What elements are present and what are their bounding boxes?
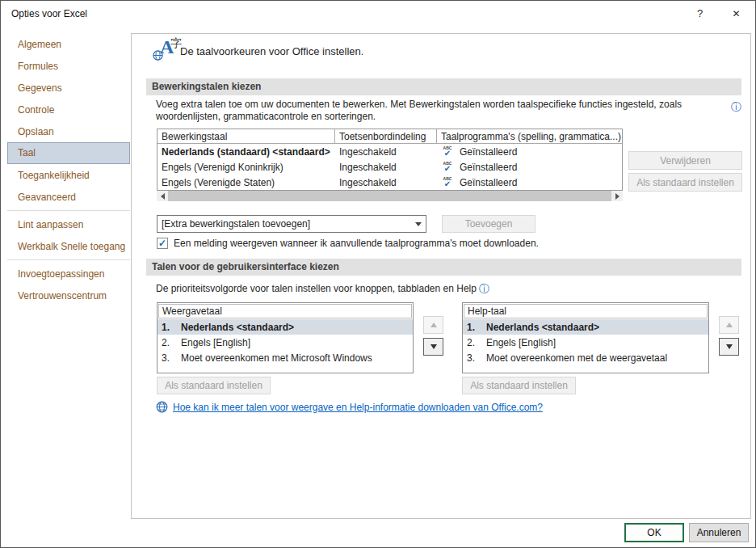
sidebar-item-taal[interactable]: Taal: [7, 142, 130, 164]
sidebar-item-vertrouwenscentrum[interactable]: Vertrouwenscentrum: [7, 285, 130, 306]
help-icon: ?: [697, 7, 703, 19]
download-link-row: Hoe kan ik meer talen voor weergave en H…: [156, 401, 543, 413]
list-item[interactable]: 2. Engels [English]: [158, 335, 413, 350]
proofing-abc-icon: ABC✔: [441, 177, 454, 188]
notify-checkbox-label: Een melding weergeven wanneer ik aanvull…: [174, 238, 539, 249]
globe-download-icon: [156, 401, 168, 413]
help-language-header: Help-taal: [464, 304, 708, 318]
close-icon: ✕: [732, 8, 740, 19]
help-button[interactable]: ?: [682, 1, 718, 26]
add-language-combobox[interactable]: [Extra bewerkingstalen toevoegen]: [157, 215, 426, 233]
notify-checkbox-row[interactable]: Een melding weergeven wanneer ik aanvull…: [157, 238, 539, 249]
ui-languages-description: De prioriteitsvolgorde voor talen instel…: [156, 283, 489, 294]
sidebar-item-lint-aanpassen[interactable]: Lint aanpassen: [7, 213, 130, 235]
remove-button[interactable]: Verwijderen: [628, 151, 742, 170]
column-header-bewerkingstaal: Bewerkingstaal: [158, 129, 335, 144]
title-bar: Opties voor Excel ? ✕: [1, 1, 755, 27]
move-down-button[interactable]: [719, 338, 739, 356]
scroll-right-icon[interactable]: [611, 191, 623, 201]
up-arrow-icon: [726, 322, 733, 327]
display-language-header: Weergavetaal: [158, 304, 412, 318]
info-icon[interactable]: ⓘ: [731, 102, 741, 112]
close-button[interactable]: ✕: [718, 1, 754, 26]
table-row[interactable]: Nederlands (standaard) <standaard> Inges…: [158, 144, 622, 159]
sidebar-item-invoegtoepassingen[interactable]: Invoegtoepassingen: [7, 263, 130, 285]
table-header-row: Bewerkingstaal Toetsenbordindeling Taalp…: [158, 129, 622, 144]
move-up-button[interactable]: [719, 316, 739, 334]
down-arrow-icon: [430, 344, 437, 349]
scroll-left-icon[interactable]: [157, 191, 168, 201]
list-item[interactable]: 3. Moet overeenkomen met Microsoft Windo…: [158, 350, 413, 365]
download-languages-link[interactable]: Hoe kan ik meer talen voor weergave en H…: [173, 402, 543, 413]
table-row[interactable]: Engels (Verenigd Koninkrijk) Ingeschakel…: [158, 159, 622, 175]
sidebar-item-formules[interactable]: Formules: [7, 55, 130, 77]
sidebar-item-toegankelijkheid[interactable]: Toegankelijkheid: [7, 164, 130, 186]
down-arrow-icon: [726, 344, 733, 349]
add-button[interactable]: Toevoegen: [442, 215, 536, 233]
sidebar-item-opslaan[interactable]: Opslaan: [7, 120, 130, 142]
move-down-button[interactable]: [423, 338, 443, 356]
list-item[interactable]: 3. Moet overeenkomen met de weergavetaal: [463, 350, 708, 365]
sidebar-item-controle[interactable]: Controle: [7, 99, 130, 120]
set-default-display-button[interactable]: Als standaard instellen: [157, 377, 271, 394]
sidebar-item-werkbalk[interactable]: Werkbalk Snelle toegang: [7, 235, 130, 257]
cancel-button[interactable]: Annuleren: [689, 523, 749, 542]
proofing-abc-icon: ABC✔: [441, 162, 454, 173]
horizontal-scrollbar[interactable]: [157, 191, 623, 201]
table-row[interactable]: Engels (Verenigde Staten) Ingeschakeld A…: [158, 175, 622, 190]
sidebar-divider: [7, 210, 130, 211]
up-arrow-icon: [430, 322, 437, 327]
notify-checkbox[interactable]: [157, 238, 168, 249]
set-default-editing-button[interactable]: Als standaard instellen: [628, 173, 742, 192]
language-settings-panel: A 字 De taalvoorkeuren voor Office instel…: [131, 33, 751, 519]
chevron-down-icon: [411, 222, 426, 226]
sidebar-item-gegevens[interactable]: Gegevens: [7, 77, 130, 99]
window-title: Opties voor Excel: [11, 8, 87, 19]
column-header-taalprogrammas: Taalprogramma's (spelling, grammatica...…: [437, 129, 622, 144]
move-up-button[interactable]: [423, 316, 443, 334]
scrollbar-thumb[interactable]: [168, 191, 611, 201]
sidebar-divider: [7, 259, 130, 260]
language-icon: A 字: [153, 38, 182, 61]
sidebar-item-algemeen[interactable]: Algemeen: [7, 33, 130, 55]
help-language-listbox: Help-taal 1. Nederlands <standaard> 2. E…: [462, 302, 709, 373]
editing-languages-table: Bewerkingstaal Toetsenbordindeling Taalp…: [157, 129, 623, 191]
options-dialog: Opties voor Excel ? ✕ Algemeen Formules …: [0, 0, 756, 548]
display-language-listbox: Weergavetaal 1. Nederlands <standaard> 2…: [157, 302, 414, 373]
sidebar-item-geavanceerd[interactable]: Geavanceerd: [7, 186, 130, 208]
set-default-help-button[interactable]: Als standaard instellen: [462, 377, 576, 394]
section-header-editing-languages: Bewerkingstalen kiezen: [146, 78, 741, 95]
list-item[interactable]: 1. Nederlands <standaard>: [463, 319, 708, 335]
section-header-ui-languages: Talen voor de gebruikersinterface kiezen: [146, 259, 741, 276]
proofing-abc-icon: ABC✔: [441, 146, 454, 158]
list-item[interactable]: 1. Nederlands <standaard>: [158, 319, 413, 335]
globe-icon: [153, 50, 163, 61]
list-item[interactable]: 2. Engels [English]: [463, 335, 708, 350]
column-header-toetsenbordindeling: Toetsenbordindeling: [335, 129, 437, 144]
info-icon[interactable]: ⓘ: [479, 284, 489, 294]
category-sidebar: Algemeen Formules Gegevens Controle Opsl…: [7, 33, 130, 306]
editing-languages-description: Voeg extra talen toe om uw documenten te…: [156, 99, 721, 123]
page-title: De taalvoorkeuren voor Office instellen.: [180, 45, 363, 57]
ok-button[interactable]: OK: [624, 523, 684, 542]
